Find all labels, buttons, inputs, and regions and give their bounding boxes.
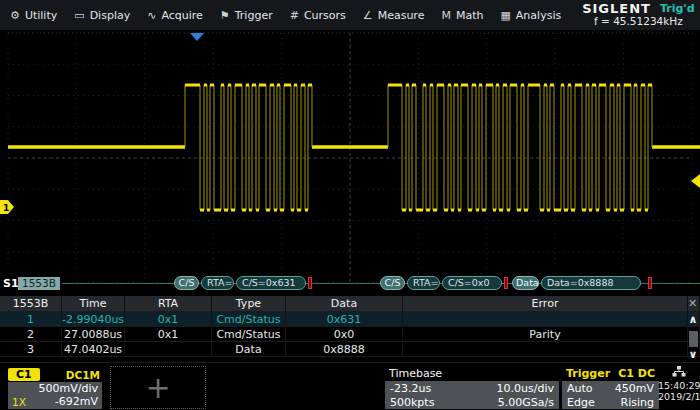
- cursors-icon: #: [290, 9, 299, 22]
- frame1-rta-field: RTA=0x: [201, 276, 234, 290]
- frame1-value-field: C/S=0x631: [236, 276, 306, 290]
- trigger-label: Trigger: [566, 367, 610, 380]
- clock-date: 2019/2/1: [658, 391, 700, 402]
- trigger-status-badge: Trig'd: [660, 2, 695, 15]
- menu-cursors[interactable]: # Cursors: [290, 9, 346, 22]
- gear-icon: ⚙: [10, 9, 20, 22]
- decode-bus-row: S1 1553B C/S RTA=0x C/S=0x631 C/S RTA=0x…: [0, 274, 700, 296]
- col-header-protocol: 1553B: [0, 296, 62, 312]
- table-row3-rta[interactable]: [125, 342, 212, 357]
- add-channel-box[interactable]: +: [110, 366, 206, 409]
- timebase-samplerate: 5.00GSa/s: [498, 396, 554, 409]
- table-row2-idx[interactable]: 2: [0, 327, 62, 342]
- menu-cursors-label: Cursors: [304, 9, 346, 22]
- timebase-info-box[interactable]: Timebase -23.2us 10.0us/div 500kpts 5.00…: [385, 366, 559, 409]
- status-bar: C1 DC1M 500mV/div 1X -692mV + Timebase -…: [0, 362, 700, 410]
- menu-analysis[interactable]: ▦ Analysis: [500, 9, 561, 22]
- table-row2-rta[interactable]: 0x1: [125, 327, 212, 342]
- bus-protocol-badge[interactable]: 1553B: [18, 277, 60, 290]
- channel1-offset: -692mV: [55, 395, 98, 408]
- col-header-rta: RTA: [125, 296, 212, 312]
- table-row2-type[interactable]: Cmd/Status: [212, 327, 286, 342]
- col-header-error: Error: [403, 296, 688, 312]
- frequency-readout: f = 45.51234kHz: [582, 15, 694, 28]
- frame3-value-field: Data=0x8888: [541, 276, 641, 290]
- timebase-delay: -23.2us: [390, 382, 431, 395]
- waveform-svg: 1: [0, 30, 700, 296]
- table-row1-type[interactable]: Cmd/Status: [212, 312, 286, 327]
- plus-icon: +: [145, 373, 170, 403]
- channel1-info-box[interactable]: C1 DC1M 500mV/div 1X -692mV: [8, 368, 102, 409]
- trigger-source: C1 DC: [618, 367, 655, 380]
- bus-source-label: S1: [3, 277, 19, 290]
- scrollbar-thumb[interactable]: [689, 331, 698, 347]
- trigger-level: 450mV: [615, 382, 654, 395]
- waveform-icon: ∿: [147, 9, 156, 22]
- frame3-error-marker: [648, 277, 652, 289]
- frame2-type-tag: C/S: [380, 276, 405, 290]
- table-row3-data[interactable]: 0x8888: [286, 342, 403, 357]
- table-row1-rta[interactable]: 0x1: [125, 312, 212, 327]
- channel1-probe: 1X: [12, 396, 26, 408]
- waveform-display[interactable]: 1: [0, 30, 700, 296]
- table-row1-error[interactable]: [403, 312, 688, 327]
- channel-offset-marker[interactable]: 1: [0, 200, 14, 214]
- table-row1-data[interactable]: 0x631: [286, 312, 403, 327]
- decode-result-table: 1553B Time RTA Type Data Error 1 -2.9904…: [0, 296, 700, 362]
- menu-measure-label: Measure: [378, 9, 425, 22]
- frame2-error-marker: [504, 277, 508, 289]
- svg-text:1: 1: [3, 203, 9, 213]
- trigger-info-box[interactable]: Trigger C1 DC Auto 450mV Edge Rising: [562, 366, 659, 409]
- col-header-time: Time: [62, 296, 125, 312]
- menu-acquire-label: Acquire: [161, 9, 202, 22]
- close-icon[interactable]: ✕: [686, 297, 699, 310]
- trigger-mode: Auto: [567, 382, 593, 395]
- frame1-error-marker: [308, 277, 312, 289]
- menu-measure[interactable]: ∠ Measure: [363, 9, 425, 22]
- clock-box[interactable]: 15:40:29 2019/2/1: [658, 366, 700, 402]
- table-row3-time[interactable]: 47.0402us: [62, 342, 125, 357]
- timebase-memory: 500kpts: [390, 396, 434, 409]
- table-row2-data[interactable]: 0x0: [286, 327, 403, 342]
- trigger-type: Edge: [567, 396, 595, 409]
- channel1-scale: 500mV/div: [39, 382, 99, 395]
- menu-analysis-label: Analysis: [516, 9, 561, 22]
- network-icon: [672, 366, 686, 377]
- table-row2-error[interactable]: Parity: [403, 327, 688, 342]
- trigger-level-marker[interactable]: [691, 174, 700, 188]
- trigger-position-indicator[interactable]: [190, 33, 204, 41]
- table-row1-idx[interactable]: 1: [0, 312, 62, 327]
- menu-bar: ⚙ Utility ▭ Display ∿ Acquire ⚑ Trigger …: [0, 0, 700, 30]
- table-row2-time[interactable]: 27.0088us: [62, 327, 125, 342]
- menu-utility[interactable]: ⚙ Utility: [10, 9, 57, 22]
- table-row1-time[interactable]: -2.99040us: [62, 312, 125, 327]
- col-header-data: Data: [286, 296, 403, 312]
- frame2-value-field: C/S=0x0: [442, 276, 502, 290]
- display-icon: ▭: [74, 9, 84, 22]
- scroll-down-icon[interactable]: ∨: [687, 349, 699, 361]
- scroll-up-icon[interactable]: ∧: [687, 314, 699, 326]
- table-row3-idx[interactable]: 3: [0, 342, 62, 357]
- table-row3-type[interactable]: Data: [212, 342, 286, 357]
- logo-block: SIGLENT Trig'd f = 45.51234kHz: [578, 1, 698, 29]
- channel1-coupling: DC1M: [66, 369, 102, 381]
- menu-display[interactable]: ▭ Display: [74, 9, 130, 22]
- menu-acquire[interactable]: ∿ Acquire: [147, 9, 203, 22]
- frame2-rta-field: RTA=0x: [407, 276, 440, 290]
- table-row3-error[interactable]: [403, 342, 688, 357]
- frame3-type-tag: Data: [512, 276, 539, 290]
- trigger-slope: Rising: [621, 396, 654, 409]
- col-header-type: Type: [212, 296, 286, 312]
- menu-math-label: Math: [456, 9, 484, 22]
- clock-time: 15:40:29: [658, 380, 700, 391]
- menu-display-label: Display: [90, 9, 131, 22]
- channel1-badge: C1: [8, 368, 40, 381]
- menu-trigger[interactable]: ⚑ Trigger: [220, 9, 273, 22]
- flag-icon: ⚑: [220, 9, 230, 22]
- math-icon: M: [441, 9, 451, 22]
- brand-logo: SIGLENT: [582, 2, 651, 15]
- menu-trigger-label: Trigger: [235, 9, 273, 22]
- frame1-type-tag: C/S: [174, 276, 199, 290]
- menu-math[interactable]: M Math: [441, 9, 483, 22]
- measure-icon: ∠: [363, 9, 373, 22]
